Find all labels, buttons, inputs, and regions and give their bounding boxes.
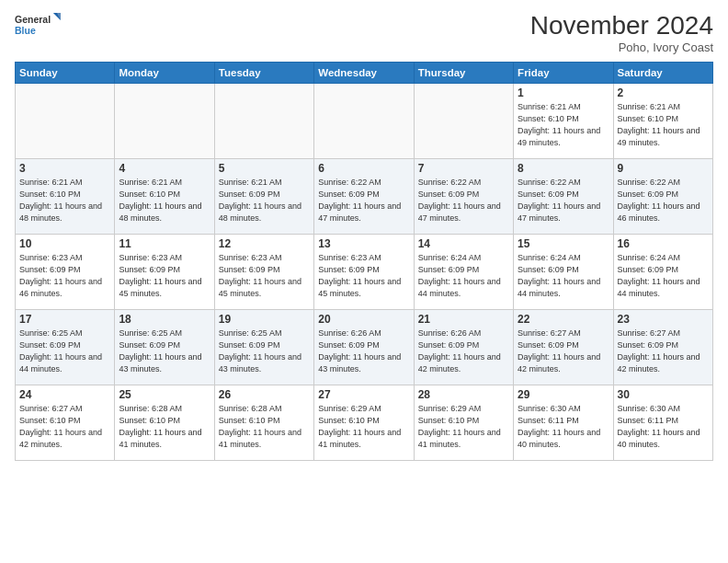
day-info: Sunrise: 6:23 AM Sunset: 6:09 PM Dayligh… — [318, 252, 409, 300]
day-info: Sunrise: 6:25 AM Sunset: 6:09 PM Dayligh… — [19, 327, 110, 375]
table-row: 27Sunrise: 6:29 AM Sunset: 6:10 PM Dayli… — [314, 385, 414, 461]
svg-marker-3 — [53, 13, 61, 20]
day-number: 22 — [518, 313, 609, 326]
day-number: 20 — [318, 313, 409, 326]
day-info: Sunrise: 6:30 AM Sunset: 6:11 PM Dayligh… — [518, 403, 609, 451]
day-number: 30 — [618, 388, 709, 401]
day-number: 10 — [19, 237, 110, 250]
day-number: 28 — [418, 388, 509, 401]
day-number: 14 — [418, 237, 509, 250]
day-number: 19 — [219, 313, 310, 326]
calendar-table: Sunday Monday Tuesday Wednesday Thursday… — [15, 62, 713, 461]
calendar-week-row: 10Sunrise: 6:23 AM Sunset: 6:09 PM Dayli… — [16, 235, 713, 310]
svg-text:Blue: Blue — [15, 25, 36, 36]
day-info: Sunrise: 6:27 AM Sunset: 6:09 PM Dayligh… — [618, 327, 709, 375]
day-number: 5 — [219, 162, 310, 175]
day-number: 27 — [318, 388, 409, 401]
table-row: 19Sunrise: 6:25 AM Sunset: 6:09 PM Dayli… — [214, 310, 313, 385]
day-info: Sunrise: 6:21 AM Sunset: 6:10 PM Dayligh… — [119, 177, 210, 224]
table-row: 22Sunrise: 6:27 AM Sunset: 6:09 PM Dayli… — [514, 310, 613, 385]
day-info: Sunrise: 6:22 AM Sunset: 6:09 PM Dayligh… — [518, 177, 609, 224]
day-info: Sunrise: 6:25 AM Sunset: 6:09 PM Dayligh… — [119, 327, 210, 375]
table-row: 3Sunrise: 6:21 AM Sunset: 6:10 PM Daylig… — [16, 159, 115, 235]
day-number: 13 — [318, 237, 409, 250]
table-row — [115, 84, 214, 159]
day-info: Sunrise: 6:21 AM Sunset: 6:10 PM Dayligh… — [19, 177, 110, 224]
table-row: 14Sunrise: 6:24 AM Sunset: 6:09 PM Dayli… — [414, 235, 513, 310]
day-info: Sunrise: 6:24 AM Sunset: 6:09 PM Dayligh… — [518, 252, 609, 300]
table-row: 17Sunrise: 6:25 AM Sunset: 6:09 PM Dayli… — [16, 310, 115, 385]
day-number: 9 — [618, 162, 709, 175]
day-info: Sunrise: 6:23 AM Sunset: 6:09 PM Dayligh… — [219, 252, 310, 300]
header-monday: Monday — [115, 63, 214, 84]
table-row: 18Sunrise: 6:25 AM Sunset: 6:09 PM Dayli… — [115, 310, 214, 385]
title-area: November 2024 Poho, Ivory Coast — [530, 11, 713, 54]
day-info: Sunrise: 6:21 AM Sunset: 6:09 PM Dayligh… — [219, 177, 310, 224]
day-info: Sunrise: 6:23 AM Sunset: 6:09 PM Dayligh… — [19, 252, 110, 300]
day-info: Sunrise: 6:28 AM Sunset: 6:10 PM Dayligh… — [219, 403, 310, 451]
day-number: 3 — [19, 162, 110, 175]
table-row: 11Sunrise: 6:23 AM Sunset: 6:09 PM Dayli… — [115, 235, 214, 310]
page-header: General Blue November 2024 Poho, Ivory C… — [15, 11, 713, 54]
table-row: 12Sunrise: 6:23 AM Sunset: 6:09 PM Dayli… — [214, 235, 313, 310]
day-info: Sunrise: 6:21 AM Sunset: 6:10 PM Dayligh… — [618, 101, 709, 149]
day-number: 17 — [19, 313, 110, 326]
table-row: 24Sunrise: 6:27 AM Sunset: 6:10 PM Dayli… — [16, 385, 115, 461]
day-number: 1 — [518, 86, 609, 99]
calendar-header-row: Sunday Monday Tuesday Wednesday Thursday… — [16, 63, 713, 84]
table-row: 8Sunrise: 6:22 AM Sunset: 6:09 PM Daylig… — [514, 159, 613, 235]
day-number: 6 — [318, 162, 409, 175]
day-number: 12 — [219, 237, 310, 250]
calendar-week-row: 24Sunrise: 6:27 AM Sunset: 6:10 PM Dayli… — [16, 385, 713, 461]
day-info: Sunrise: 6:27 AM Sunset: 6:10 PM Dayligh… — [19, 403, 110, 451]
table-row: 9Sunrise: 6:22 AM Sunset: 6:09 PM Daylig… — [613, 159, 712, 235]
calendar-week-row: 1Sunrise: 6:21 AM Sunset: 6:10 PM Daylig… — [16, 84, 713, 159]
month-title: November 2024 — [530, 11, 713, 40]
table-row — [214, 84, 313, 159]
day-info: Sunrise: 6:26 AM Sunset: 6:09 PM Dayligh… — [318, 327, 409, 375]
header-thursday: Thursday — [414, 63, 513, 84]
day-number: 25 — [119, 388, 210, 401]
day-info: Sunrise: 6:22 AM Sunset: 6:09 PM Dayligh… — [618, 177, 709, 224]
table-row: 30Sunrise: 6:30 AM Sunset: 6:11 PM Dayli… — [613, 385, 712, 461]
day-number: 7 — [418, 162, 509, 175]
table-row: 13Sunrise: 6:23 AM Sunset: 6:09 PM Dayli… — [314, 235, 414, 310]
header-sunday: Sunday — [16, 63, 115, 84]
header-tuesday: Tuesday — [214, 63, 313, 84]
day-number: 8 — [518, 162, 609, 175]
header-saturday: Saturday — [613, 63, 712, 84]
header-friday: Friday — [514, 63, 613, 84]
day-info: Sunrise: 6:26 AM Sunset: 6:09 PM Dayligh… — [418, 327, 509, 375]
day-info: Sunrise: 6:29 AM Sunset: 6:10 PM Dayligh… — [318, 403, 409, 451]
day-info: Sunrise: 6:22 AM Sunset: 6:09 PM Dayligh… — [318, 177, 409, 224]
logo-svg: General Blue — [15, 11, 61, 40]
day-info: Sunrise: 6:29 AM Sunset: 6:10 PM Dayligh… — [418, 403, 509, 451]
day-number: 23 — [618, 313, 709, 326]
day-number: 4 — [119, 162, 210, 175]
day-number: 21 — [418, 313, 509, 326]
table-row: 16Sunrise: 6:24 AM Sunset: 6:09 PM Dayli… — [613, 235, 712, 310]
table-row — [314, 84, 414, 159]
table-row: 21Sunrise: 6:26 AM Sunset: 6:09 PM Dayli… — [414, 310, 513, 385]
day-number: 16 — [618, 237, 709, 250]
svg-text:General: General — [15, 14, 51, 25]
header-wednesday: Wednesday — [314, 63, 414, 84]
table-row — [16, 84, 115, 159]
day-number: 26 — [219, 388, 310, 401]
table-row: 2Sunrise: 6:21 AM Sunset: 6:10 PM Daylig… — [613, 84, 712, 159]
calendar-week-row: 17Sunrise: 6:25 AM Sunset: 6:09 PM Dayli… — [16, 310, 713, 385]
table-row: 10Sunrise: 6:23 AM Sunset: 6:09 PM Dayli… — [16, 235, 115, 310]
day-info: Sunrise: 6:25 AM Sunset: 6:09 PM Dayligh… — [219, 327, 310, 375]
table-row: 15Sunrise: 6:24 AM Sunset: 6:09 PM Dayli… — [514, 235, 613, 310]
table-row: 5Sunrise: 6:21 AM Sunset: 6:09 PM Daylig… — [214, 159, 313, 235]
table-row: 20Sunrise: 6:26 AM Sunset: 6:09 PM Dayli… — [314, 310, 414, 385]
table-row: 1Sunrise: 6:21 AM Sunset: 6:10 PM Daylig… — [514, 84, 613, 159]
table-row: 28Sunrise: 6:29 AM Sunset: 6:10 PM Dayli… — [414, 385, 513, 461]
day-info: Sunrise: 6:27 AM Sunset: 6:09 PM Dayligh… — [518, 327, 609, 375]
day-info: Sunrise: 6:30 AM Sunset: 6:11 PM Dayligh… — [618, 403, 709, 451]
day-info: Sunrise: 6:28 AM Sunset: 6:10 PM Dayligh… — [119, 403, 210, 451]
day-number: 24 — [19, 388, 110, 401]
table-row: 6Sunrise: 6:22 AM Sunset: 6:09 PM Daylig… — [314, 159, 414, 235]
table-row: 7Sunrise: 6:22 AM Sunset: 6:09 PM Daylig… — [414, 159, 513, 235]
day-info: Sunrise: 6:24 AM Sunset: 6:09 PM Dayligh… — [618, 252, 709, 300]
